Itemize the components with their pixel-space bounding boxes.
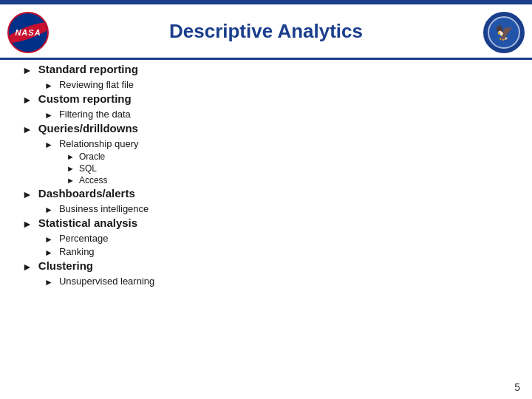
header: NASA Descriptive Analytics 🦅: [0, 4, 532, 58]
item-label: Standard reporting: [38, 63, 138, 75]
list-item: ► Filtering the data: [44, 109, 510, 120]
bullet-arrow-icon: ►: [22, 94, 33, 106]
list-item: ► Clustering: [22, 259, 510, 273]
bullet-arrow-icon: ►: [44, 234, 53, 245]
bullet-arrow-icon: ►: [22, 64, 33, 76]
item-label: Oracle: [79, 151, 105, 162]
item-label: Dashboards/alerts: [38, 187, 135, 200]
bullet-arrow-icon: ►: [66, 164, 75, 173]
bullet-arrow-icon: ►: [66, 176, 75, 185]
list-item: ► Statistical analysis: [22, 216, 510, 230]
item-label: Percentage: [59, 233, 109, 244]
bullet-arrow-icon: ►: [44, 110, 53, 120]
list-item: ► Unsupervised learning: [44, 276, 510, 287]
list-item: ► Dashboards/alerts: [22, 187, 510, 200]
bullet-arrow-icon: ►: [22, 261, 33, 273]
list-item: ► Queries/drilldowns: [22, 122, 510, 135]
nasa-logo-text: NASA: [15, 28, 41, 37]
content-area: ► Standard reporting ► Reviewing flat fi…: [22, 63, 510, 377]
item-label: Statistical analysis: [38, 216, 137, 229]
bullet-arrow-icon: ►: [44, 81, 53, 91]
item-label: Reviewing flat file: [59, 79, 134, 90]
page-title: Descriptive Analytics: [169, 20, 363, 43]
item-label: Business intelligence: [59, 203, 149, 214]
item-label: Access: [79, 175, 108, 185]
dhs-eagle-icon: 🦅: [495, 24, 514, 41]
list-item: ► Access: [66, 175, 510, 185]
item-label: Ranking: [59, 246, 95, 257]
item-label: Clustering: [38, 259, 93, 272]
item-label: Relationship query: [59, 138, 139, 149]
item-label: Unsupervised learning: [59, 276, 154, 287]
list-item: ► SQL: [66, 163, 510, 174]
bullet-arrow-icon: ►: [44, 248, 53, 258]
bullet-arrow-icon: ►: [66, 152, 75, 161]
dhs-seal: 🦅: [483, 12, 525, 53]
item-label: Queries/drilldowns: [38, 122, 138, 134]
header-separator: [0, 58, 532, 60]
list-item: ► Relationship query: [44, 138, 510, 150]
item-label: SQL: [79, 163, 97, 174]
list-item: ► Oracle: [66, 151, 510, 162]
nasa-logo: NASA: [7, 12, 49, 53]
item-label: Custom reporting: [38, 92, 132, 105]
page-number: 5: [514, 381, 520, 393]
list-item: ► Business intelligence: [44, 203, 510, 215]
list-item: ► Percentage: [44, 233, 510, 245]
list-item: ► Reviewing flat file: [44, 79, 510, 91]
bullet-arrow-icon: ►: [44, 277, 53, 287]
bullet-arrow-icon: ►: [44, 205, 53, 215]
bullet-arrow-icon: ►: [22, 123, 33, 135]
item-label: Filtering the data: [59, 109, 131, 120]
bullet-arrow-icon: ►: [44, 140, 53, 150]
bullet-arrow-icon: ►: [22, 188, 33, 200]
bullet-arrow-icon: ►: [22, 218, 33, 230]
list-item: ► Custom reporting: [22, 92, 510, 106]
list-item: ► Ranking: [44, 246, 510, 258]
list-item: ► Standard reporting: [22, 63, 510, 76]
